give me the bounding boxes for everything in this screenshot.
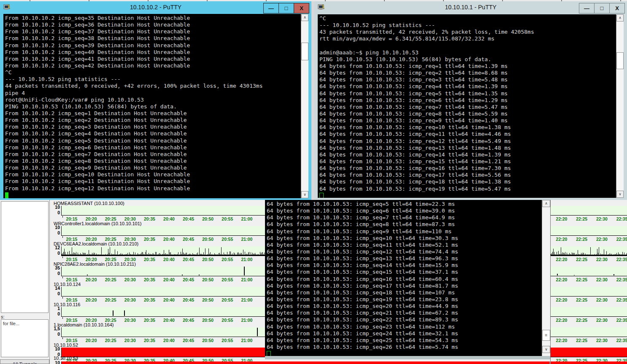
graph-axis-tick bbox=[62, 317, 63, 319]
graph-time-label: 20:35 bbox=[144, 237, 155, 242]
graph-time-label: 21:00 bbox=[241, 277, 252, 282]
graph-time-label: 22:35 bbox=[616, 318, 627, 323]
close-button[interactable]: X bbox=[294, 3, 309, 13]
ping-monitor-window-right: 22:2022:2522:3022:3522:2022:2522:3022:35… bbox=[550, 200, 627, 364]
graph-time-label: 22:20 bbox=[556, 216, 568, 221]
terminal-center-output[interactable]: 64 bytes from 10.10.10.53: icmp_seq=5 tt… bbox=[265, 200, 542, 356]
side-panel-bottom-button[interactable]: All Tunnels bbox=[0, 359, 49, 364]
graph-spike bbox=[257, 328, 258, 336]
graph-axis-tick bbox=[62, 337, 63, 339]
terminal-line: From 10.10.10.2 icmp_seq=10 Destination … bbox=[5, 171, 301, 178]
side-panel-file-box[interactable]: for file... bbox=[1, 319, 49, 357]
graph-ymax-label: 1,5 bbox=[48, 326, 60, 331]
graph-time-label: 21:00 bbox=[241, 297, 252, 302]
scroll-up-button[interactable]: ∧ bbox=[301, 14, 308, 21]
maximize-button[interactable]: □ bbox=[594, 3, 610, 13]
graph-plot-red bbox=[551, 348, 627, 357]
terminal-line: From 10.10.10.2 icmp_seq=39 Destination … bbox=[5, 42, 301, 49]
graph-time-label: 20:25 bbox=[105, 297, 116, 302]
scroll-up-button[interactable]: ∧ bbox=[542, 200, 550, 207]
graph-time-label: 21:00 bbox=[241, 257, 252, 262]
terminal-line: 64 bytes from 10.10.10.53: icmp_seq=17 t… bbox=[267, 283, 542, 289]
graph-time-label: 22:30 bbox=[596, 318, 608, 323]
graph-time-label: 20:50 bbox=[202, 277, 214, 282]
terminal-line: 64 bytes from 10.10.10.53: icmp_seq=14 t… bbox=[267, 262, 542, 269]
scroll-down-button[interactable]: ∨ bbox=[301, 191, 308, 198]
scroll-down-button[interactable]: ∨ bbox=[616, 191, 624, 198]
graph-time-label: 20:40 bbox=[163, 277, 175, 282]
graph-time-label: 20:40 bbox=[163, 318, 175, 323]
graph-plot-red bbox=[61, 361, 550, 364]
close-button[interactable]: X bbox=[609, 3, 625, 13]
scroll-down-button[interactable]: ∨ bbox=[542, 346, 550, 353]
graph-plot-spikes bbox=[551, 267, 627, 276]
terminal-line: 64 bytes from 10.10.10.53: icmp_seq=26 t… bbox=[267, 344, 542, 351]
graph-time-label: 20:55 bbox=[222, 297, 233, 302]
terminal-line: root@UniFi-CloudKey:/var# ping 10.10.10.… bbox=[5, 97, 301, 103]
graph-ymax-label: 1 bbox=[48, 306, 60, 311]
titlebar[interactable]: 10.10.10.2 - PuTTY — □ X bbox=[0, 1, 311, 13]
graph-time-label: 20:35 bbox=[144, 338, 155, 343]
graph-time-label: 22:30 bbox=[596, 257, 608, 262]
minimize-button[interactable]: — bbox=[263, 3, 279, 13]
graph-time-label: 20:40 bbox=[163, 216, 175, 221]
side-panel-listbox[interactable] bbox=[1, 201, 49, 313]
terminal-line: 64 bytes from 10.10.10.53: icmp_req=5 tt… bbox=[319, 90, 616, 97]
graph-spike bbox=[182, 275, 183, 275]
graph-host-label: NPIC28AE2.localdomain (10.10.10.211) bbox=[54, 262, 136, 267]
scroll-thumb[interactable] bbox=[616, 52, 624, 69]
terminal-line: 64 bytes from 10.10.10.53: icmp_seq=19 t… bbox=[267, 296, 542, 303]
graph-time-label: 22:25 bbox=[576, 318, 587, 323]
graph-time-label: 20:50 bbox=[202, 318, 214, 323]
terminal-left-output[interactable]: From 10.10.10.2 icmp_seq=35 Destination … bbox=[3, 14, 301, 198]
terminal-line: From 10.10.10.2 icmp_seq=12 Destination … bbox=[5, 185, 301, 192]
graph-time-label: 20:40 bbox=[163, 257, 175, 262]
graph-time-label: 22:20 bbox=[556, 338, 568, 343]
terminal-line: 64 bytes from 10.10.10.53: icmp_req=7 tt… bbox=[319, 104, 616, 111]
graph-time-label: 22:20 bbox=[556, 257, 568, 262]
graph-axis-tick bbox=[62, 216, 63, 218]
maximize-button[interactable]: □ bbox=[278, 3, 294, 13]
scroll-thumb[interactable] bbox=[301, 43, 308, 60]
graph-ymax-label: 14 bbox=[48, 286, 60, 291]
graph-spike bbox=[613, 274, 614, 275]
graph-time-label: 20:45 bbox=[183, 338, 194, 343]
terminal-line: 64 bytes from 10.10.10.53: icmp_req=10 t… bbox=[319, 124, 616, 131]
terminal-right-output[interactable]: ^C--- 10.10.10.52 ping statistics ---43 … bbox=[318, 14, 616, 198]
graph-noise-series bbox=[551, 246, 627, 256]
terminal-cursor bbox=[319, 193, 324, 198]
graph-time-label: 20:45 bbox=[183, 318, 194, 323]
terminal-line: 64 bytes from 10.10.10.53: icmp_req=12 t… bbox=[319, 138, 616, 145]
graph-time-label: 20:35 bbox=[144, 318, 155, 323]
graph-time-label: 21:00 bbox=[241, 237, 252, 242]
terminal-line: From 10.10.10.2 icmp_seq=5 Destination H… bbox=[5, 138, 301, 144]
graph-time-label: 20:35 bbox=[144, 216, 155, 221]
graph-time-label: 20:35 bbox=[144, 257, 155, 262]
terminal-right-scrollbar[interactable]: ∧ ∨ bbox=[616, 14, 624, 198]
scroll-thumb[interactable]: ≡ bbox=[542, 330, 550, 341]
graph-time-label: 22:30 bbox=[596, 237, 608, 242]
terminal-line: 64 bytes from 10.10.10.53: icmp_req=13 t… bbox=[319, 145, 616, 151]
graph-time-label: 20:45 bbox=[183, 297, 194, 302]
terminal-line: 64 bytes from 10.10.10.53: icmp_req=19 t… bbox=[319, 186, 616, 192]
terminal-line: 64 bytes from 10.10.10.53: icmp_seq=13 t… bbox=[267, 255, 542, 262]
scroll-up-button[interactable]: ∧ bbox=[616, 14, 624, 22]
graph-plot-red bbox=[551, 361, 627, 364]
terminal-line: 64 bytes from 10.10.10.53: icmp_seq=12 t… bbox=[267, 248, 542, 255]
graph-time-label: 22:30 bbox=[596, 297, 608, 302]
graph-time-label: 20:45 bbox=[183, 277, 194, 282]
graph-ymax-label: 10 bbox=[48, 361, 60, 364]
terminal-line: From 10.10.10.2 icmp_seq=6 Destination H… bbox=[5, 144, 301, 151]
desktop: s: for file... All Tunnels HOMEASSISTANT… bbox=[0, 0, 627, 364]
graph-time-label: 21:00 bbox=[241, 338, 252, 343]
graph-time-label: 20:55 bbox=[222, 257, 233, 262]
graph-plot-noise bbox=[551, 246, 627, 256]
titlebar[interactable]: 10.10.10.1 - PuTTY — □ X bbox=[314, 1, 627, 13]
terminal-left-scrollbar[interactable]: ∧ ∨ bbox=[301, 14, 308, 198]
terminal-center-scrollbar[interactable]: ∧ ≡ ∨ bbox=[542, 200, 550, 356]
terminal-line: 64 bytes from 10.10.10.53: icmp_seq=15 t… bbox=[267, 269, 542, 275]
terminal-line: 64 bytes from 10.10.10.53: icmp_seq=16 t… bbox=[267, 276, 542, 283]
minimize-button[interactable]: — bbox=[579, 3, 595, 13]
graph-axis-tick bbox=[62, 297, 63, 299]
graph-time-label: 22:20 bbox=[556, 277, 568, 282]
